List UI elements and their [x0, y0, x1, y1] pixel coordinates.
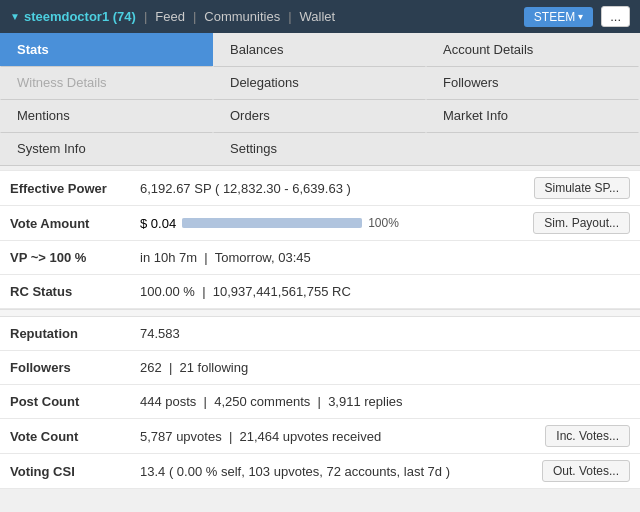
sep3: |: [288, 9, 291, 24]
row-voting-csi: Voting CSI 13.4 ( 0.00 % self, 103 upvot…: [0, 454, 640, 489]
stats-area: Effective Power 6,192.67 SP ( 12,832.30 …: [0, 170, 640, 489]
label-vote-amount: Vote Amount: [10, 216, 140, 231]
row-reputation: Reputation 74.583: [0, 317, 640, 351]
feed-link[interactable]: Feed: [155, 9, 185, 24]
nav-stats[interactable]: Stats: [0, 33, 213, 66]
nav-orders[interactable]: Orders: [213, 99, 426, 132]
label-voting-csi: Voting CSI: [10, 464, 140, 479]
vote-bar-inner: [182, 218, 362, 228]
separator: [0, 309, 640, 317]
nav-followers[interactable]: Followers: [426, 66, 639, 99]
nav-empty: [426, 132, 639, 165]
nav-account-details[interactable]: Account Details: [426, 33, 639, 66]
nav-mentions[interactable]: Mentions: [0, 99, 213, 132]
action-out-votes[interactable]: Out. Votes...: [542, 460, 630, 482]
nav-witness-details: Witness Details: [0, 66, 213, 99]
row-effective-power: Effective Power 6,192.67 SP ( 12,832.30 …: [0, 170, 640, 206]
brand[interactable]: ▼ steemdoctor1 (74): [10, 9, 136, 24]
value-voting-csi: 13.4 ( 0.00 % self, 103 upvotes, 72 acco…: [140, 464, 542, 479]
nav-menu: Stats Balances Account Details Witness D…: [0, 33, 640, 166]
sep1: |: [144, 9, 147, 24]
steem-button[interactable]: STEEM ▾: [524, 7, 593, 27]
nav-market-info[interactable]: Market Info: [426, 99, 639, 132]
value-vp: in 10h 7m | Tomorrow, 03:45: [140, 250, 630, 265]
label-reputation: Reputation: [10, 326, 140, 341]
communities-link[interactable]: Communities: [204, 9, 280, 24]
label-rc-status: RC Status: [10, 284, 140, 299]
nav-settings[interactable]: Settings: [213, 132, 426, 165]
vote-dollar: $ 0.04: [140, 216, 176, 231]
row-vote-amount: Vote Amount $ 0.04 100% Sim. Payout...: [0, 206, 640, 241]
nav-system-info[interactable]: System Info: [0, 132, 213, 165]
steem-arrow: ▾: [578, 11, 583, 22]
label-effective-power: Effective Power: [10, 181, 140, 196]
brand-triangle: ▼: [10, 11, 20, 22]
action-inc-votes[interactable]: Inc. Votes...: [545, 425, 630, 447]
row-post-count: Post Count 444 posts | 4,250 comments | …: [0, 385, 640, 419]
username[interactable]: steemdoctor1 (74): [24, 9, 136, 24]
sim-payout-button[interactable]: Sim. Payout...: [533, 212, 630, 234]
row-vote-count: Vote Count 5,787 upvotes | 21,464 upvote…: [0, 419, 640, 454]
label-post-count: Post Count: [10, 394, 140, 409]
vote-pct-label: 100%: [368, 216, 399, 230]
row-followers: Followers 262 | 21 following: [0, 351, 640, 385]
out-votes-button[interactable]: Out. Votes...: [542, 460, 630, 482]
sep2: |: [193, 9, 196, 24]
row-vp: VP ~> 100 % in 10h 7m | Tomorrow, 03:45: [0, 241, 640, 275]
label-vp: VP ~> 100 %: [10, 250, 140, 265]
inc-votes-button[interactable]: Inc. Votes...: [545, 425, 630, 447]
vote-bar-outer: [182, 218, 362, 228]
nav-balances[interactable]: Balances: [213, 33, 426, 66]
action-sim-payout[interactable]: Sim. Payout...: [533, 212, 630, 234]
label-followers: Followers: [10, 360, 140, 375]
value-rc-status: 100.00 % | 10,937,441,561,755 RC: [140, 284, 630, 299]
vote-bar-container: $ 0.04 100%: [140, 216, 533, 231]
simulate-sp-button[interactable]: Simulate SP...: [534, 177, 630, 199]
row-rc-status: RC Status 100.00 % | 10,937,441,561,755 …: [0, 275, 640, 309]
value-vote-count: 5,787 upvotes | 21,464 upvotes received: [140, 429, 545, 444]
top-bar: ▼ steemdoctor1 (74) | Feed | Communities…: [0, 0, 640, 33]
label-vote-count: Vote Count: [10, 429, 140, 444]
more-button[interactable]: ...: [601, 6, 630, 27]
action-simulate-sp[interactable]: Simulate SP...: [534, 177, 630, 199]
value-post-count: 444 posts | 4,250 comments | 3,911 repli…: [140, 394, 630, 409]
wallet-link[interactable]: Wallet: [300, 9, 336, 24]
nav-delegations[interactable]: Delegations: [213, 66, 426, 99]
value-effective-power: 6,192.67 SP ( 12,832.30 - 6,639.63 ): [140, 181, 534, 196]
value-reputation: 74.583: [140, 326, 630, 341]
value-followers: 262 | 21 following: [140, 360, 630, 375]
